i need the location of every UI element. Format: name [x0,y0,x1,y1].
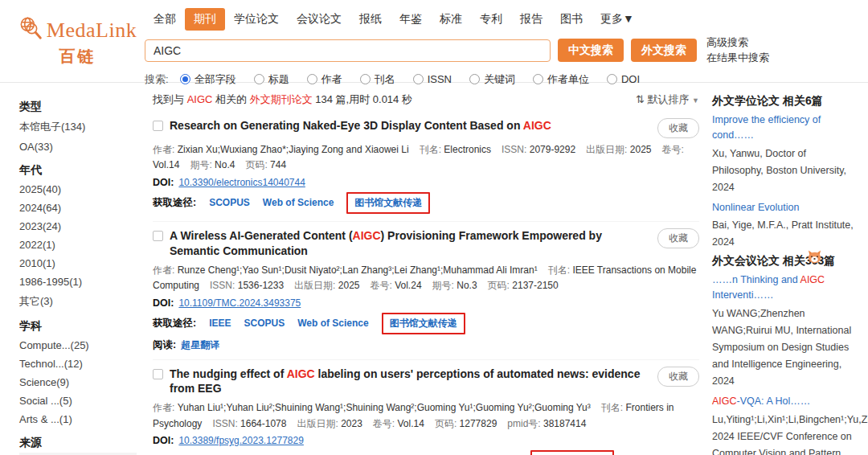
access-link-ieee[interactable]: IEEE [209,318,231,329]
category-tabs: 全部 期刊 学位论文 会议论文 报纸 年鉴 标准 专利 报告 图书 更多▼ [145,8,769,31]
tab-newspaper[interactable]: 报纸 [350,8,391,31]
sidebar-item-2010[interactable]: 2010(1) [19,254,137,273]
document-delivery-highlight-box: 图书馆文献传递 [382,313,465,334]
radio-author-affiliation[interactable]: 作者单位 [533,72,589,87]
sidebar-item-computer[interactable]: Compute...(25) [19,336,137,355]
doi-link[interactable]: 10.1109/TMC.2024.3493375 [178,297,301,309]
access-link-scopus[interactable]: SCOPUS [244,318,285,329]
access-label: 获取途径: [153,196,196,210]
radio-icon [360,74,371,84]
result-meta: 作者: Runze Cheng¹;Yao Sun¹;Dusit Niyato²;… [153,263,699,294]
access-link-library-delivery[interactable]: 图书馆文献传递 [390,318,457,329]
sidebar-item-library-electronic[interactable]: 本馆电子(134) [19,117,137,137]
sidebar-item-social[interactable]: Social ...(5) [19,391,137,410]
favorite-button[interactable]: 收藏 [657,118,699,138]
tab-standard[interactable]: 标准 [431,8,471,31]
search-keyword: AIGC [187,93,213,105]
chevron-down-icon: ▼ [692,96,699,105]
result-title-link[interactable]: The nudging effect of AIGC labeling on u… [170,367,657,397]
tab-thesis[interactable]: 学位论文 [225,8,288,31]
doi-label: DOI: [153,177,174,188]
access-link-library-delivery[interactable]: 图书馆文献传递 [354,197,422,208]
search-area: 全部 期刊 学位论文 会议论文 报纸 年鉴 标准 专利 报告 图书 更多▼ 中文… [145,8,769,87]
tab-patent[interactable]: 专利 [471,8,511,31]
tab-book[interactable]: 图书 [551,8,592,31]
radio-icon [413,74,424,84]
results-list: 找到与 AIGC 相关的 外文期刊论文 134 篇,用时 0.014 秒 ⇅ 默… [137,83,710,454]
radio-all-fields[interactable]: 全部字段 [180,72,236,87]
related-link[interactable]: ……n Thinking and AIGC Interventi…… [712,273,855,303]
related-link[interactable]: AIGC-VQA: A Hol…… [712,394,855,409]
radio-author[interactable]: 作者 [307,72,342,87]
related-thesis-heading: 外文学位论文 相关6篇 [712,94,855,109]
document-delivery-highlight-box: 图书馆文献传递 [530,450,614,455]
related-meta: Bai, Yige, M.F.A., Pratt Institute, 2024 [712,217,855,251]
favorite-button[interactable]: 收藏 [657,367,699,387]
result-checkbox[interactable] [153,121,163,131]
radio-issn[interactable]: ISSN [413,73,452,85]
logo-subtitle: 百链 [19,46,136,68]
result-title-link[interactable]: Research on Generating Naked-Eye 3D Disp… [170,118,657,133]
sidebar-item-2023[interactable]: 2023(24) [19,217,137,236]
results-summary: 找到与 AIGC 相关的 外文期刊论文 134 篇,用时 0.014 秒 [153,92,412,107]
related-link[interactable]: Nonlinear Evolution [712,200,855,215]
sidebar-item-1986-1995[interactable]: 1986-1995(1) [19,273,137,291]
favorite-button[interactable]: 收藏 [657,228,699,248]
access-link-scopus[interactable]: SCOPUS [209,197,250,208]
header: MedaLink 百链 全部 期刊 学位论文 会议论文 报纸 年鉴 标准 专利 … [0,0,868,83]
sidebar-item-other-years[interactable]: 其它(3) [19,291,137,312]
doi-label: DOI: [153,297,174,309]
radio-icon [607,74,617,84]
tab-conference[interactable]: 会议论文 [288,8,350,31]
result-title-link[interactable]: A Wireless AI-Generated Content (AIGC) P… [170,228,657,259]
sidebar-item-2025[interactable]: 2025(40) [19,180,137,199]
fox-icon [807,250,822,266]
tab-all[interactable]: 全部 [145,8,185,31]
related-meta: Lu,Yiting¹;Li,Xin¹;Li,Bingchen¹;Yu,Zihao… [712,412,855,455]
tab-more[interactable]: 更多▼ [592,8,643,31]
search-input[interactable] [145,39,551,62]
tab-yearbook[interactable]: 年鉴 [391,8,431,31]
tab-report[interactable]: 报告 [511,8,551,31]
related-link[interactable]: Improve the efficiency of cond…… [712,113,855,143]
foreign-search-button[interactable]: 外文搜索 [631,39,697,62]
doi-label: DOI: [153,435,174,446]
radio-icon [469,74,480,84]
sidebar-item-science[interactable]: Science(9) [19,373,137,391]
facet-year-heading: 年代 [19,163,137,178]
sidebar-item-technology[interactable]: Technol...(12) [19,355,137,373]
sidebar-item-2022[interactable]: 2022(1) [19,236,137,254]
radio-doi[interactable]: DOI [607,73,640,85]
result-meta: 作者: Zixian Xu;Wuxiang Zhao*;Jiaying Zong… [153,142,699,174]
tab-journal[interactable]: 期刊 [185,8,225,31]
search-in-results-link[interactable]: 在结果中搜索 [706,51,769,66]
sort-control[interactable]: ⇅ 默认排序 ▼ [636,92,699,107]
related-meta: Xu, Yanwu, Doctor of Philosophy, Boston … [712,146,855,196]
result-checkbox[interactable] [153,369,163,379]
radio-keyword[interactable]: 关键词 [469,72,515,87]
sidebar-item-arts[interactable]: Arts & ...(1) [19,410,137,428]
access-label: 获取途径: [153,317,196,330]
sidebar-item-2024[interactable]: 2024(64) [19,199,137,217]
result-item: Research on Generating Naked-Eye 3D Disp… [153,112,699,222]
doi-link[interactable]: 10.3390/electronics14040744 [178,177,305,188]
access-link-web-of-science[interactable]: Web of Science [297,318,368,329]
doi-link[interactable]: 10.3389/fpsyg.2023.1277829 [178,435,303,446]
chaoxing-translate-link[interactable]: 超星翻译 [181,339,219,350]
radio-title[interactable]: 标题 [254,72,289,87]
radio-icon [533,74,543,84]
result-item: The nudging effect of AIGC labeling on u… [153,360,699,455]
result-checkbox[interactable] [153,231,163,241]
sidebar-item-oa[interactable]: OA(33) [19,137,137,156]
chinese-search-button[interactable]: 中文搜索 [558,39,624,62]
site-logo[interactable]: MedaLink 百链 [19,16,136,68]
related-panel: 外文学位论文 相关6篇 Improve the efficiency of co… [710,83,868,454]
radio-journal-name[interactable]: 刊名 [360,72,395,87]
access-link-web-of-science[interactable]: Web of Science [263,197,334,208]
related-meta: Yu WANG;Zhenzhen WANG;Ruirui MU, Interna… [712,305,855,390]
advanced-search-link[interactable]: 高级搜索 [706,35,769,51]
document-delivery-highlight-box: 图书馆文献传递 [346,192,430,214]
result-item: A Wireless AI-Generated Content (AIGC) P… [153,222,699,360]
facet-type-heading: 类型 [19,100,137,114]
radio-icon [307,74,317,84]
